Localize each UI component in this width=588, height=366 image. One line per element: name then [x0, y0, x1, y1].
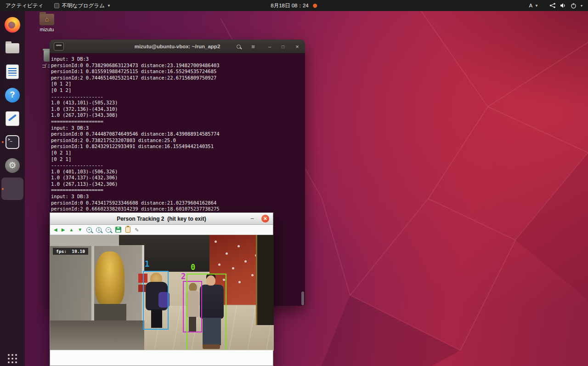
copy-icon[interactable] — [125, 227, 130, 233]
chevron-down-icon: ▼ — [535, 4, 538, 8]
menu-button[interactable]: ≡ — [249, 42, 257, 51]
terminal-line: persionId:1 0.824329122933491 distance:1… — [51, 143, 305, 150]
dock-item-running-app[interactable] — [1, 177, 23, 200]
bounding-box-0-label: 0 — [191, 263, 195, 272]
terminal-line: [0 1 2] — [51, 81, 305, 87]
zoom-out-icon[interactable]: − — [106, 227, 111, 233]
chevron-down-icon: ▾ — [581, 4, 582, 8]
forward-icon[interactable]: ▶ — [62, 227, 65, 233]
ceiling — [50, 235, 119, 246]
app-menu[interactable]: 不明なプログラム ▼ — [49, 0, 116, 11]
terminal-line: [0 1 2] — [51, 87, 305, 94]
terminal-line: persionId:1 0.8155919884725115 distance:… — [51, 69, 305, 75]
right-storefront — [256, 235, 274, 325]
minimize-button[interactable]: – — [266, 42, 274, 51]
snowflake-decoration — [215, 240, 217, 243]
tracking-window-title: Person Tracking 2 (hit key to exit) — [50, 216, 273, 222]
bounding-box-1 — [143, 271, 169, 330]
firefox-icon — [5, 17, 20, 33]
chevron-down-icon: ▼ — [107, 4, 111, 8]
dock-item-settings[interactable]: ⚙ — [1, 154, 23, 177]
running-indicator-icon — [2, 141, 4, 143]
cv-statusbar — [50, 350, 273, 366]
terminal-scrollbar[interactable] — [301, 292, 304, 305]
statue-plinth — [94, 304, 126, 321]
gear-icon: ⚙ — [5, 158, 20, 173]
video-frame: 1 2 0 fps: 19.10 — [50, 235, 274, 351]
dock-item-libreoffice-writer[interactable] — [1, 60, 23, 83]
activities-label: アクティビティ — [6, 2, 43, 9]
app-menu-label: 不明なプログラム — [62, 2, 105, 9]
terminal-line: ================== — [51, 119, 305, 125]
document-icon — [6, 65, 18, 79]
terminal-icon: >_ — [6, 135, 19, 149]
pan-up-icon[interactable]: ▲ — [69, 227, 74, 233]
terminal-line: input: 3 DB:3 — [51, 194, 305, 200]
terminal-line: 1.0 (413,101)-(505,323) — [51, 100, 305, 106]
terminal-line: persionId:0 0.7382906863123473 distance:… — [51, 63, 305, 69]
clock-button[interactable]: 8月18日 08：24 — [266, 0, 322, 11]
tracking-window: Person Tracking 2 (hit key to exit) – ✕ … — [50, 212, 273, 366]
dock-item-terminal[interactable]: >_ — [1, 131, 23, 153]
running-indicator-icon — [2, 188, 4, 190]
close-button[interactable]: × — [293, 42, 301, 51]
help-icon: ? — [5, 88, 20, 103]
close-button[interactable]: ✕ — [261, 215, 269, 223]
terminal-line: 1.0 (372,136)-(434,310) — [51, 106, 305, 113]
terminal-line: persionId:2 0.6660233820314239 distance:… — [51, 206, 305, 212]
terminal-line: ------------------ — [51, 162, 305, 169]
terminal-line: 1.0 (267,107)-(343,308) — [51, 112, 305, 119]
desktop: アクティビティ 不明なプログラム ▼ 8月18日 08：24 A ▼ — [0, 0, 588, 366]
dock-item-text-editor[interactable] — [1, 107, 23, 130]
top-bar: アクティビティ 不明なプログラム ▼ 8月18日 08：24 A ▼ — [0, 0, 588, 11]
cv-toolbar: ◀▶▲▼+1−✎ — [50, 225, 273, 235]
activities-button[interactable]: アクティビティ — [0, 0, 49, 11]
terminal-titlebar[interactable]: mizutu@ubuntu-vbox: ~/run_app2 ≡ – □ × — [50, 40, 305, 53]
search-button[interactable] — [234, 42, 243, 51]
input-method-label: A — [529, 3, 532, 8]
terminal-line: 1.0 (401,103)-(506,326) — [51, 169, 305, 175]
display-case-base — [50, 320, 144, 351]
fps-overlay: fps: 19.10 — [53, 248, 88, 255]
network-icon — [549, 3, 556, 8]
terminal-app-icon[interactable] — [54, 42, 64, 51]
input-method-indicator[interactable]: A ▼ — [523, 0, 544, 11]
zoom-original-icon[interactable]: 1 — [96, 227, 102, 233]
bounding-box-0 — [187, 274, 226, 351]
save-icon[interactable] — [115, 227, 121, 233]
zoom-in-icon[interactable]: + — [86, 227, 92, 233]
terminal-line: ------------------ — [51, 94, 305, 100]
terminal-line: 1.0 (374,137)-(432,306) — [51, 175, 305, 181]
clock-label: 8月18日 08：24 — [271, 2, 308, 9]
pan-down-icon[interactable]: ▼ — [78, 227, 82, 233]
terminal-line: persionId:2 0.738217523207803 distance:2… — [51, 137, 305, 144]
home-folder-icon: ⌂ — [40, 14, 54, 25]
glass-frame — [91, 245, 94, 321]
back-icon[interactable]: ◀ — [54, 227, 57, 233]
dock-item-firefox[interactable] — [1, 13, 23, 36]
minimize-button[interactable]: – — [248, 214, 256, 223]
volume-icon — [560, 3, 566, 8]
desktop-icon-label: mizutu — [36, 27, 58, 32]
system-status-area[interactable]: ▾ — [544, 0, 588, 11]
terminal-line: [0 2 1] — [51, 156, 305, 163]
desktop-icon-home[interactable]: ⌂ mizutu — [36, 14, 58, 32]
terminal-line: persionId:2 0.7446514025321417 distance:… — [51, 75, 305, 81]
app-window-icon — [54, 3, 59, 8]
maximize-button[interactable]: □ — [279, 42, 287, 51]
tracking-titlebar[interactable]: Person Tracking 2 (hit key to exit) – ✕ — [50, 213, 273, 225]
files-folder-icon — [6, 43, 19, 53]
hamburger-icon: ≡ — [251, 43, 255, 50]
properties-icon[interactable]: ✎ — [135, 227, 139, 233]
terminal-line: [0 2 1] — [51, 150, 305, 156]
gold-statue — [95, 252, 124, 306]
dock-item-help[interactable]: ? — [1, 84, 23, 106]
dock-item-files[interactable] — [1, 37, 23, 59]
terminal-line: persionId:0 0.7434175923346608 distance:… — [51, 200, 305, 206]
terminal-line: input: 3 DB:3 — [51, 125, 305, 132]
search-icon — [237, 45, 241, 49]
bounding-box-2-label: 2 — [181, 272, 186, 281]
power-icon — [571, 3, 577, 9]
recording-indicator-icon — [313, 4, 317, 8]
show-applications-button[interactable] — [8, 354, 17, 363]
